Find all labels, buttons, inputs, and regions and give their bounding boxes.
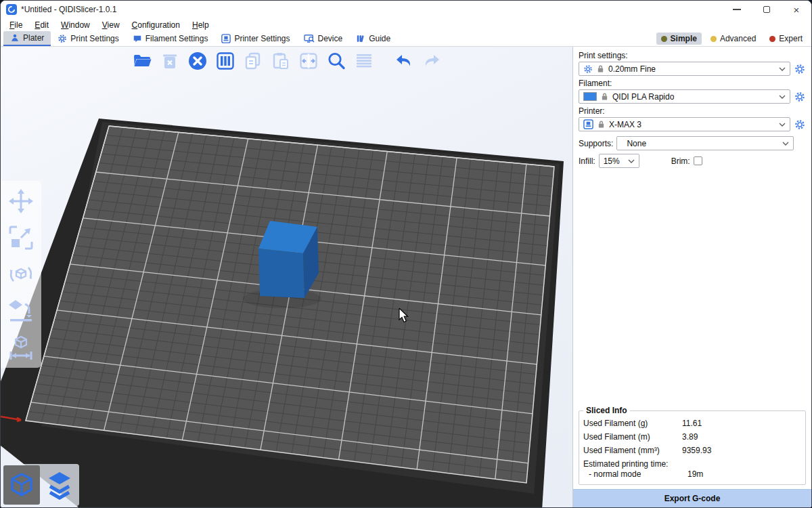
object-manipulation-toolbar [1,181,41,368]
printer-gear-button[interactable] [794,119,806,130]
print-settings-value: 0.20mm Fine [608,64,775,74]
chevron-down-icon [779,67,786,71]
maximize-button[interactable] [752,1,782,18]
guide-books-icon [356,34,365,43]
mode-expert[interactable]: Expert [765,33,807,45]
lock-icon [601,92,608,101]
lock-icon [597,64,604,73]
print-settings-label: Print settings: [579,51,806,60]
arrange-icon[interactable] [215,50,236,72]
used-filament-g-label: Used Filament (g) [583,419,682,428]
menu-window[interactable]: Window [55,20,96,30]
tab-print-settings[interactable]: Print Settings [51,31,125,46]
chevron-down-icon [779,95,786,99]
rotate-icon[interactable] [6,259,36,289]
menu-file[interactable]: File [3,20,28,30]
tab-guide[interactable]: Guide [349,31,397,46]
mode-selector: Simple Advanced Expert [656,31,811,46]
infill-select[interactable]: 15% [599,154,639,168]
split-icon[interactable] [298,50,319,72]
lock-icon [597,120,605,129]
menubar: File Edit Window View Configuration Help [1,18,811,31]
sliced-info-panel: Sliced Info Used Filament (g) 11.61 Used… [579,406,806,485]
move-icon[interactable] [6,186,36,216]
undo-icon[interactable] [393,50,415,72]
export-gcode-button[interactable]: Export G-code [573,489,811,507]
delete-all-icon[interactable] [187,50,208,72]
printer-icon [583,119,593,129]
editor-3d-icon[interactable] [3,465,40,505]
plater-icon [10,33,20,43]
filament-gear-button[interactable] [794,91,806,102]
chevron-down-icon [782,142,789,146]
search-icon[interactable] [325,50,347,72]
used-filament-m-label: Used Filament (m) [583,432,682,442]
used-filament-g-value: 11.61 [682,419,801,428]
sliced-info-row: Used Filament (g) 11.61 [583,417,801,430]
infill-label: Infill: [579,156,595,166]
viewport-3d[interactable] [1,47,572,507]
settings-sidebar: Print settings: 0.20mm Fine Filament: QI… [572,47,811,507]
preview-layers-icon[interactable] [41,465,78,505]
menu-view[interactable]: View [96,20,126,30]
place-on-face-icon[interactable] [6,296,36,326]
normal-mode-value: 19m [687,469,801,479]
used-filament-m-value: 3.89 [682,432,801,442]
normal-mode-label: - normal mode [589,469,687,479]
estimated-time-label: Estimated printing time: [583,457,801,469]
menu-edit[interactable]: Edit [28,20,55,30]
chevron-down-icon [779,123,786,127]
gear-icon [794,119,805,130]
advanced-dot-icon [710,36,717,42]
open-folder-icon[interactable] [131,50,153,72]
maximize-icon [763,6,770,13]
filament-value: QIDI PLA Rapido [612,92,775,102]
app-logo-icon [6,4,17,15]
app-window: *Untitled - QIDISlicer-1.0.1 × File Edit… [0,0,812,508]
mode-simple[interactable]: Simple [656,33,702,45]
simple-dot-icon [661,36,667,42]
minimize-button[interactable] [722,1,752,18]
infill-value: 15% [604,156,624,166]
brim-checkbox[interactable] [694,156,702,165]
paste-icon[interactable] [270,50,292,72]
gear-icon [794,91,805,102]
redo-icon[interactable] [421,50,443,72]
menu-configuration[interactable]: Configuration [126,20,186,30]
model-cube[interactable] [258,221,319,298]
printer-value: X-MAX 3 [609,120,775,129]
used-filament-mm3-label: Used Filament (mm³) [583,446,682,455]
print-settings-select[interactable]: 0.20mm Fine [579,62,790,76]
filament-select[interactable]: QIDI PLA Rapido [579,89,790,104]
filament-label: Filament: [579,79,806,88]
filament-icon [133,34,142,43]
menu-help[interactable]: Help [186,20,215,30]
delete-icon[interactable] [159,50,181,72]
print-settings-gear-button[interactable] [794,64,806,75]
gear-icon [583,64,593,74]
printer-icon [221,34,231,43]
tabbar: Plater Print Settings Filament Settings … [1,31,811,47]
filament-color-swatch [583,92,597,101]
printer-select[interactable]: X-MAX 3 [579,117,790,131]
sliced-info-row: - normal mode 19m [583,469,801,480]
scale-icon[interactable] [6,223,36,253]
tab-device[interactable]: Device [297,31,350,46]
measure-icon[interactable] [6,333,36,362]
variable-layer-height-icon[interactable] [353,50,375,72]
sliced-info-row: Used Filament (m) 3.89 [583,430,801,444]
gear-icon [794,64,805,75]
expert-dot-icon [769,36,775,42]
sliced-info-title: Sliced Info [583,406,630,415]
close-button[interactable]: × [782,1,811,18]
supports-value: None [621,139,778,148]
mode-advanced[interactable]: Advanced [706,33,761,45]
copy-icon[interactable] [242,50,264,72]
close-icon: × [794,5,800,15]
supports-select[interactable]: None [616,136,794,150]
tab-plater[interactable]: Plater [3,31,51,46]
tab-filament-settings[interactable]: Filament Settings [126,31,215,46]
minimize-icon [733,9,741,10]
tab-printer-settings[interactable]: Printer Settings [215,31,296,46]
chevron-down-icon [628,159,635,163]
